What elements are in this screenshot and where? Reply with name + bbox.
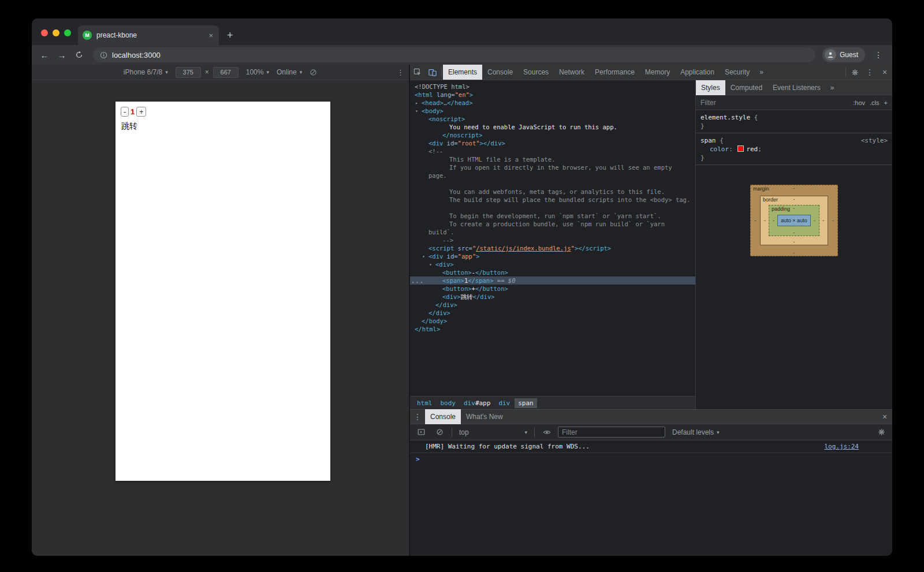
profile-button[interactable]: Guest bbox=[822, 47, 865, 62]
devtools-tab-security[interactable]: Security bbox=[720, 65, 755, 80]
tree-line[interactable]: ▾<div id="app"> bbox=[410, 252, 695, 260]
color-swatch[interactable] bbox=[737, 145, 744, 152]
devtools-tab-network[interactable]: Network bbox=[554, 65, 590, 80]
tree-line[interactable]: If you open it directly in the browser, … bbox=[410, 163, 695, 171]
network-select[interactable]: Online ▾ bbox=[277, 68, 302, 76]
breadcrumb-item-body[interactable]: body bbox=[437, 398, 460, 408]
new-tab-button[interactable]: + bbox=[227, 28, 233, 42]
tree-line[interactable] bbox=[410, 180, 695, 188]
device-select[interactable]: iPhone 6/7/8 ▾ bbox=[124, 68, 168, 76]
browser-menu-icon[interactable]: ⋮ bbox=[871, 50, 886, 59]
console-sidebar-button[interactable] bbox=[413, 425, 429, 440]
breadcrumb-item-span[interactable]: span bbox=[515, 398, 537, 408]
new-style-rule-icon[interactable]: + bbox=[884, 99, 888, 106]
tree-line[interactable] bbox=[410, 204, 695, 212]
drawer-menu-icon[interactable]: ⋮ bbox=[410, 409, 425, 424]
devtools-tab-sources[interactable]: Sources bbox=[518, 65, 554, 80]
tree-line[interactable]: </html> bbox=[410, 325, 695, 333]
forward-button[interactable]: → bbox=[55, 48, 69, 62]
element-style-rule[interactable]: element.style { } bbox=[696, 110, 892, 133]
tree-line[interactable]: ▾<div> bbox=[410, 260, 695, 268]
live-expression-button[interactable] bbox=[539, 425, 554, 440]
pseudo-class-button[interactable]: :hov bbox=[853, 99, 865, 106]
breadcrumb-item-html[interactable]: html bbox=[413, 398, 436, 408]
close-tab-icon[interactable]: × bbox=[207, 31, 214, 40]
sidebar-tab-computed[interactable]: Computed bbox=[725, 80, 767, 95]
tree-line[interactable]: This HTML file is a template. bbox=[410, 155, 695, 163]
reload-button[interactable] bbox=[72, 48, 86, 62]
collapse-arrow-icon[interactable]: ▾ bbox=[422, 253, 425, 261]
box-model-border[interactable]: border - - - - padding - - - bbox=[760, 196, 828, 245]
tree-line[interactable]: The build step will place the bundled sc… bbox=[410, 196, 695, 204]
omnibox[interactable]: localhost:3000 bbox=[93, 47, 815, 62]
tree-line[interactable]: build`. bbox=[410, 228, 695, 236]
collapse-arrow-icon[interactable]: ▾ bbox=[415, 107, 418, 115]
devtools-settings-button[interactable] bbox=[847, 65, 862, 80]
inspect-element-button[interactable] bbox=[410, 65, 425, 80]
drawer-close-icon[interactable]: × bbox=[877, 409, 892, 424]
breadcrumb-item-div[interactable]: div#app bbox=[460, 398, 494, 408]
devtools-tab-console[interactable]: Console bbox=[482, 65, 518, 80]
console-tab-what-s-new[interactable]: What's New bbox=[461, 409, 508, 424]
tree-line[interactable]: You need to enable JavaScript to run thi… bbox=[410, 123, 695, 131]
style-source-link[interactable]: <style> bbox=[861, 136, 888, 145]
back-button[interactable]: ← bbox=[38, 48, 51, 62]
console-tab-console[interactable]: Console bbox=[425, 409, 461, 424]
tree-line[interactable]: </div> bbox=[410, 301, 695, 309]
tree-line[interactable]: <script src="/static/js/index.bundle.js"… bbox=[410, 244, 695, 252]
tree-line[interactable]: ...<span>1</span> == $0 bbox=[410, 276, 695, 285]
tree-line[interactable]: To create a production bundle, use `npm … bbox=[410, 220, 695, 228]
console-empty-area[interactable] bbox=[410, 465, 892, 556]
collapse-arrow-icon[interactable]: ▾ bbox=[429, 261, 432, 269]
address-text[interactable]: localhost:3000 bbox=[112, 51, 161, 59]
tree-line[interactable]: </div> bbox=[410, 309, 695, 317]
console-settings-button[interactable] bbox=[874, 425, 889, 440]
tree-line[interactable]: </noscript> bbox=[410, 131, 695, 139]
rotate-icon[interactable] bbox=[310, 69, 317, 76]
device-mode-button[interactable] bbox=[425, 65, 440, 80]
tree-line[interactable]: <html lang="en"> bbox=[410, 91, 695, 99]
device-width-input[interactable]: 375 bbox=[176, 67, 201, 78]
tree-line[interactable]: <button>+</button> bbox=[410, 285, 695, 293]
devtools-close-icon[interactable]: × bbox=[877, 65, 892, 80]
console-prompt[interactable]: > bbox=[410, 453, 892, 465]
tree-line[interactable]: <noscript> bbox=[410, 115, 695, 123]
devtools-tab-memory[interactable]: Memory bbox=[640, 65, 675, 80]
box-model-margin[interactable]: margin - - - - border - - - - bbox=[750, 185, 838, 256]
close-window-button[interactable] bbox=[41, 29, 48, 36]
tree-line[interactable]: page. bbox=[410, 171, 695, 180]
device-menu-icon[interactable]: ⋮ bbox=[397, 68, 404, 77]
tree-line[interactable]: <div id="root"></div> bbox=[410, 139, 695, 147]
box-model-padding[interactable]: padding - - - - auto × auto bbox=[769, 205, 819, 236]
zoom-window-button[interactable] bbox=[64, 29, 71, 36]
devtools-more-tabs-icon[interactable]: » bbox=[755, 68, 768, 76]
tree-line[interactable]: To begin the development, run `npm start… bbox=[410, 212, 695, 220]
log-levels-select[interactable]: Default levels ▾ bbox=[672, 428, 720, 436]
tree-line[interactable]: You can add webfonts, meta tags, or anal… bbox=[410, 188, 695, 196]
increment-button[interactable]: + bbox=[136, 107, 146, 117]
tree-line[interactable]: --> bbox=[410, 236, 695, 244]
style-rule-span[interactable]: span { <style> color: red; } bbox=[696, 133, 892, 165]
device-height-input[interactable]: 667 bbox=[213, 67, 239, 78]
tree-line[interactable]: <div>跳转</div> bbox=[410, 293, 695, 301]
css-property-name[interactable]: color bbox=[710, 145, 729, 153]
breadcrumb-item-div[interactable]: div bbox=[495, 398, 513, 408]
tree-line[interactable]: </body> bbox=[410, 317, 695, 325]
tree-line[interactable]: ▾<body> bbox=[410, 107, 695, 115]
decrement-button[interactable]: - bbox=[121, 107, 129, 117]
sidebar-tab-event-listeners[interactable]: Event Listeners bbox=[767, 80, 826, 95]
styles-filter-input[interactable]: Filter bbox=[701, 99, 848, 107]
devtools-menu-icon[interactable]: ⋮ bbox=[862, 65, 877, 80]
devtools-tab-application[interactable]: Application bbox=[675, 65, 720, 80]
context-select[interactable]: top ▾ bbox=[457, 428, 530, 436]
message-source-link[interactable]: log.js:24 bbox=[824, 443, 859, 450]
tree-line[interactable]: <!-- bbox=[410, 147, 695, 155]
css-property-value[interactable]: red bbox=[746, 145, 758, 153]
console-message[interactable]: [HMR] Waiting for update signal from WDS… bbox=[410, 440, 892, 453]
jump-link[interactable]: 跳转 bbox=[121, 121, 137, 132]
devtools-tab-performance[interactable]: Performance bbox=[590, 65, 640, 80]
expand-arrow-icon[interactable]: ▸ bbox=[415, 99, 418, 107]
minimize-window-button[interactable] bbox=[53, 29, 59, 36]
sidebar-more-tabs-icon[interactable]: » bbox=[826, 84, 839, 92]
sidebar-tab-styles[interactable]: Styles bbox=[696, 80, 725, 95]
